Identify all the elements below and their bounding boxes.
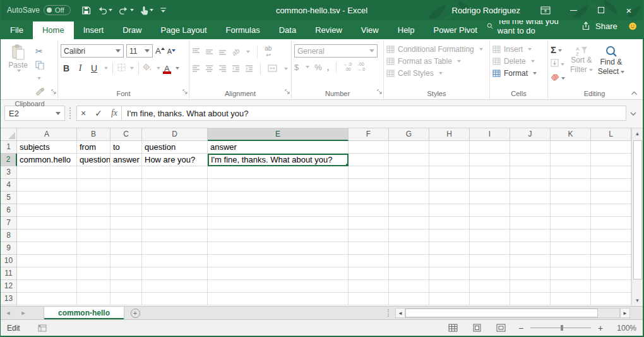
increase-font-size-button[interactable]: A [155, 46, 165, 56]
column-header-E[interactable]: E [208, 128, 349, 141]
number-dialog-launcher[interactable] [377, 86, 383, 97]
cell-F9[interactable] [349, 242, 389, 255]
cell-E12[interactable] [208, 280, 349, 293]
cell-L2[interactable] [591, 154, 631, 166]
cell-E5[interactable] [208, 192, 349, 204]
cell-L11[interactable] [591, 267, 631, 280]
cell-G7[interactable] [389, 217, 429, 230]
cell-L9[interactable] [591, 242, 631, 255]
column-header-B[interactable]: B [77, 128, 110, 141]
fill-color-dropdown[interactable] [157, 67, 160, 70]
cell-H11[interactable] [429, 267, 470, 280]
undo-button[interactable] [95, 5, 114, 16]
cell-A1[interactable]: subjects [17, 141, 77, 154]
cell-G5[interactable] [389, 192, 429, 204]
cell-E13[interactable] [208, 293, 349, 305]
save-button[interactable] [80, 4, 93, 16]
cell-I9[interactable] [470, 242, 510, 255]
cell-D9[interactable] [142, 242, 208, 255]
cell-B11[interactable] [77, 267, 110, 280]
enter-button[interactable]: ✓ [95, 108, 102, 118]
format-painter-button[interactable] [35, 87, 52, 99]
italic-button[interactable]: I [75, 62, 86, 75]
vertical-scrollbar[interactable]: ▲ ▼ [631, 128, 643, 306]
cell-J7[interactable] [510, 217, 551, 230]
cell-D3[interactable] [142, 166, 208, 179]
cell-C9[interactable] [110, 242, 142, 255]
row-header-9[interactable]: 9 [1, 242, 17, 255]
paste-dropdown[interactable] [17, 70, 21, 72]
cell-K13[interactable] [551, 293, 591, 305]
row-header-8[interactable]: 8 [1, 230, 17, 242]
cut-button[interactable]: ✂ [35, 46, 52, 57]
cell-I5[interactable] [470, 192, 510, 204]
find-select-button[interactable]: Find & Select [598, 44, 624, 89]
cell-K8[interactable] [551, 230, 591, 242]
cell-G8[interactable] [389, 230, 429, 242]
cell-C2[interactable]: answer [110, 154, 142, 166]
fill-color-button[interactable] [143, 63, 152, 74]
cell-C4[interactable] [110, 179, 142, 192]
merge-center-button[interactable] [268, 63, 277, 75]
cell-K4[interactable] [551, 179, 591, 192]
cell-D12[interactable] [142, 280, 208, 293]
cell-L4[interactable] [591, 179, 631, 192]
cell-K7[interactable] [551, 217, 591, 230]
formula-bar-resize-handle[interactable] [69, 107, 72, 119]
fill-button[interactable] [551, 58, 565, 70]
align-bottom-button[interactable] [218, 46, 227, 58]
cell-L5[interactable] [591, 192, 631, 204]
cell-G12[interactable] [389, 280, 429, 293]
cell-K12[interactable] [551, 280, 591, 293]
cell-G9[interactable] [389, 242, 429, 255]
scroll-left-button[interactable]: ◄ [395, 308, 405, 318]
comma-style-button[interactable]: , [327, 63, 330, 72]
cell-B13[interactable] [77, 293, 110, 305]
cell-G6[interactable] [389, 204, 429, 217]
formula-input[interactable]: I'm fine, thanks. What about you? [121, 106, 626, 121]
row-header-13[interactable]: 13 [1, 293, 17, 305]
cell-F7[interactable] [349, 217, 389, 230]
fill-handle[interactable] [345, 163, 349, 166]
cell-I10[interactable] [470, 255, 510, 267]
cell-B5[interactable] [77, 192, 110, 204]
cell-F1[interactable] [349, 141, 389, 154]
orientation-button[interactable]: ab [230, 47, 241, 58]
cell-H7[interactable] [429, 217, 470, 230]
scroll-down-button[interactable]: ▼ [633, 295, 643, 306]
cell-J4[interactable] [510, 179, 551, 192]
copy-dropdown[interactable] [37, 77, 41, 80]
touch-mouse-mode-button[interactable] [138, 4, 155, 16]
cell-E1[interactable]: answer [208, 141, 349, 154]
row-header-7[interactable]: 7 [1, 217, 17, 230]
cell-A13[interactable] [17, 293, 77, 305]
macro-record-button[interactable] [38, 324, 47, 332]
customize-qat-button[interactable] [158, 6, 169, 15]
cell-H1[interactable] [429, 141, 470, 154]
zoom-slider-handle[interactable] [561, 325, 563, 331]
close-button[interactable]: × [615, 0, 643, 20]
cell-E4[interactable] [208, 179, 349, 192]
maximize-button[interactable] [587, 0, 615, 20]
cell-B9[interactable] [77, 242, 110, 255]
cell-B3[interactable] [77, 166, 110, 179]
cell-D11[interactable] [142, 267, 208, 280]
ribbon-tab-help[interactable]: Help [388, 21, 424, 39]
ribbon-tab-home[interactable]: Home [33, 21, 74, 39]
cell-B8[interactable] [77, 230, 110, 242]
ribbon-tab-page-layout[interactable]: Page Layout [152, 21, 217, 39]
percent-style-button[interactable]: % [314, 63, 322, 72]
column-header-C[interactable]: C [110, 128, 142, 141]
cell-H5[interactable] [429, 192, 470, 204]
cell-H10[interactable] [429, 255, 470, 267]
cell-D5[interactable] [142, 192, 208, 204]
wrap-text-button[interactable]: ab [265, 46, 271, 58]
cell-G2[interactable] [389, 154, 429, 166]
cell-A11[interactable] [17, 267, 77, 280]
cell-I12[interactable] [470, 280, 510, 293]
ribbon-tab-data[interactable]: Data [270, 21, 306, 39]
cell-L7[interactable] [591, 217, 631, 230]
cell-E9[interactable] [208, 242, 349, 255]
cell-F3[interactable] [349, 166, 389, 179]
alignment-dialog-launcher[interactable] [285, 86, 290, 97]
